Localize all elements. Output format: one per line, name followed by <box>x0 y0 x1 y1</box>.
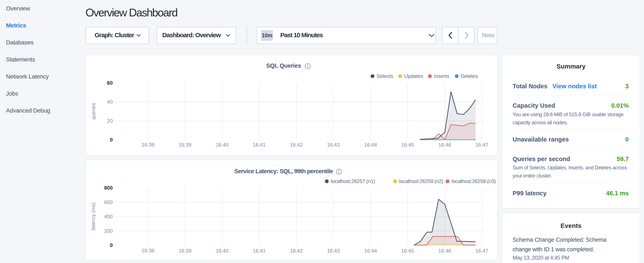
svg-text:16:39: 16:39 <box>178 142 191 148</box>
svg-text:400: 400 <box>104 214 113 219</box>
svg-text:16:40: 16:40 <box>216 248 228 254</box>
svg-text:16:41: 16:41 <box>253 142 266 148</box>
svg-text:16:45: 16:45 <box>401 142 414 148</box>
svg-text:20: 20 <box>107 118 113 124</box>
svg-text:localhost:26259 (n2): localhost:26259 (n2) <box>399 178 443 184</box>
svg-text:16:47: 16:47 <box>476 248 488 254</box>
svg-text:16:42: 16:42 <box>290 248 303 254</box>
svg-text:200: 200 <box>104 228 113 234</box>
svg-text:16:47: 16:47 <box>476 142 488 148</box>
svg-text:Selects: Selects <box>376 73 393 79</box>
svg-text:800: 800 <box>104 185 113 191</box>
svg-text:localhost:26257 (n1): localhost:26257 (n1) <box>331 178 375 184</box>
svg-text:16:40: 16:40 <box>216 142 228 148</box>
svg-text:16:44: 16:44 <box>364 142 377 148</box>
svg-text:16:43: 16:43 <box>327 248 340 254</box>
svg-text:latency (ms): latency (ms) <box>90 203 96 230</box>
svg-text:60: 60 <box>107 80 113 86</box>
svg-text:16:38: 16:38 <box>142 248 154 253</box>
svg-text:16:41: 16:41 <box>253 248 266 254</box>
svg-text:Deletes: Deletes <box>461 73 478 79</box>
svg-text:16:44: 16:44 <box>364 248 377 254</box>
svg-text:Updates: Updates <box>404 73 423 79</box>
svg-text:16:39: 16:39 <box>178 248 191 254</box>
svg-text:queries: queries <box>90 103 96 120</box>
svg-text:16:38: 16:38 <box>142 142 154 147</box>
svg-text:40: 40 <box>107 99 113 105</box>
svg-text:0: 0 <box>110 242 113 248</box>
svg-text:Service Latency: SQL, 99th per: Service Latency: SQL, 99th percentile <box>234 168 333 174</box>
svg-text:16:46: 16:46 <box>438 142 451 148</box>
svg-text:16:42: 16:42 <box>290 142 303 148</box>
svg-text:Inserts: Inserts <box>434 73 449 79</box>
svg-text:16:46: 16:46 <box>438 248 451 254</box>
svg-text:0: 0 <box>110 137 113 143</box>
svg-text:16:43: 16:43 <box>327 142 340 148</box>
svg-text:16:45: 16:45 <box>401 248 414 254</box>
svg-text:SQL Queries: SQL Queries <box>266 62 301 69</box>
svg-text:localhost:26258 (n3): localhost:26258 (n3) <box>452 178 496 184</box>
svg-text:600: 600 <box>104 199 113 205</box>
